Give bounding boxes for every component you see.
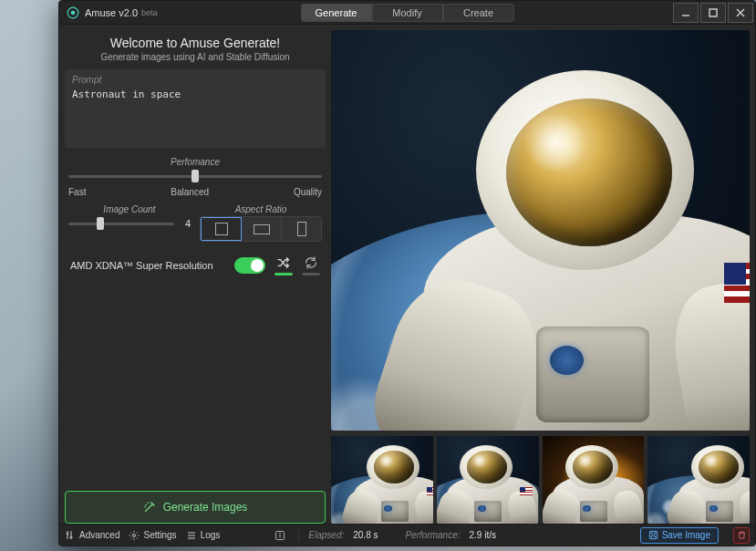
svg-point-12	[133, 534, 136, 536]
wand-icon	[143, 501, 156, 514]
app-logo-icon	[67, 6, 79, 19]
info-icon[interactable]	[274, 530, 285, 541]
refresh-icon	[304, 255, 318, 270]
super-resolution-label: AMD XDNA™ Super Resolution	[70, 260, 225, 271]
svg-point-1	[71, 10, 76, 15]
left-panel: Welcome to Amuse Generate! Generate imag…	[65, 30, 326, 524]
generate-button[interactable]: Generate Images	[65, 491, 326, 524]
list-icon	[186, 530, 197, 541]
performance-slider[interactable]	[68, 169, 322, 183]
aspect-ratio-label: Aspect Ratio	[200, 204, 322, 214]
app-version-badge: beta	[141, 8, 158, 17]
window-controls	[673, 3, 755, 23]
close-button[interactable]	[728, 3, 753, 23]
performance-metric-label: Performance:	[405, 530, 460, 540]
elapsed-label: Elapsed:	[308, 530, 344, 540]
svg-line-5	[737, 9, 744, 16]
main-content: Welcome to Amuse Generate! Generate imag…	[59, 25, 755, 524]
thumbnail-strip	[331, 436, 750, 524]
performance-metric-value: 2.9 it/s	[470, 530, 496, 540]
svg-point-9	[70, 536, 72, 538]
generate-button-label: Generate Images	[163, 501, 248, 514]
svg-point-18	[280, 533, 281, 534]
aspect-ratio-block: Aspect Ratio	[200, 204, 322, 242]
performance-ticks: Fast Balanced Quality	[68, 187, 322, 197]
status-bar: Advanced Settings Logs Elapsed: 20.8 s P…	[59, 524, 755, 546]
performance-label: Perfomance	[68, 157, 322, 167]
thumbnail[interactable]	[543, 436, 645, 524]
maximize-button[interactable]	[700, 3, 726, 23]
thumbnail[interactable]	[331, 436, 433, 524]
prompt-label: Prompt	[72, 75, 318, 85]
perf-tick-quality: Quality	[294, 187, 322, 197]
aspect-portrait-button[interactable]	[282, 217, 321, 241]
settings-link[interactable]: Settings	[129, 530, 176, 541]
image-count-label: Image Count	[68, 204, 191, 214]
prompt-input[interactable]	[72, 88, 318, 140]
minimize-icon	[681, 8, 690, 17]
title-bar: Amuse v2.0 beta Generate Modify Create	[59, 1, 755, 25]
trash-icon	[737, 530, 747, 540]
performance-block: Perfomance Fast Balanced Quality Image C…	[65, 153, 326, 276]
perf-tick-fast: Fast	[68, 187, 86, 197]
thumbnail[interactable]	[437, 436, 539, 524]
shuffle-button[interactable]	[274, 255, 293, 276]
perf-tick-balanced: Balanced	[171, 187, 209, 197]
aspect-landscape-button[interactable]	[242, 217, 282, 241]
image-count-slider[interactable]	[68, 216, 174, 231]
delete-image-button[interactable]	[733, 527, 750, 544]
toggle-knob	[251, 259, 264, 272]
square-icon	[215, 223, 228, 235]
shuffle-icon	[276, 255, 291, 270]
advanced-link[interactable]: Advanced	[65, 530, 119, 541]
maximize-icon	[709, 8, 718, 17]
tab-generate[interactable]: Generate	[301, 4, 372, 22]
save-image-button[interactable]: Save Image	[640, 527, 719, 544]
mode-tabs: Generate Modify Create	[301, 4, 514, 22]
elapsed-value: 20.8 s	[353, 530, 378, 540]
gear-icon	[129, 530, 140, 541]
logs-link[interactable]: Logs	[186, 530, 221, 541]
landscape-icon	[254, 224, 270, 234]
portrait-icon	[297, 222, 306, 236]
save-icon	[648, 530, 658, 540]
welcome-headline: Welcome to Amuse Generate!	[68, 36, 322, 50]
svg-rect-19	[649, 531, 657, 538]
close-icon	[736, 8, 745, 17]
super-resolution-toggle[interactable]	[234, 257, 265, 274]
svg-point-6	[67, 533, 68, 535]
right-panel	[331, 30, 750, 524]
prompt-box: Prompt	[65, 69, 326, 148]
app-title: Amuse v2.0	[85, 7, 138, 18]
image-count-value: 4	[180, 218, 191, 229]
welcome-subline: Generate images using AI and Stable Diff…	[68, 52, 322, 62]
refresh-button[interactable]	[302, 255, 320, 276]
generated-image	[331, 30, 750, 431]
image-preview[interactable]	[331, 30, 750, 431]
tab-modify[interactable]: Modify	[372, 4, 443, 22]
aspect-square-button[interactable]	[201, 217, 242, 241]
welcome-header: Welcome to Amuse Generate! Generate imag…	[65, 30, 326, 64]
minimize-button[interactable]	[673, 3, 699, 23]
svg-rect-3	[709, 9, 717, 16]
thumbnail[interactable]	[647, 436, 750, 524]
image-count-block: Image Count 4	[68, 204, 191, 242]
svg-line-4	[737, 9, 744, 16]
tab-create[interactable]: Create	[443, 4, 514, 22]
sliders-icon	[65, 530, 76, 541]
app-window: Amuse v2.0 beta Generate Modify Create W	[58, 0, 756, 546]
